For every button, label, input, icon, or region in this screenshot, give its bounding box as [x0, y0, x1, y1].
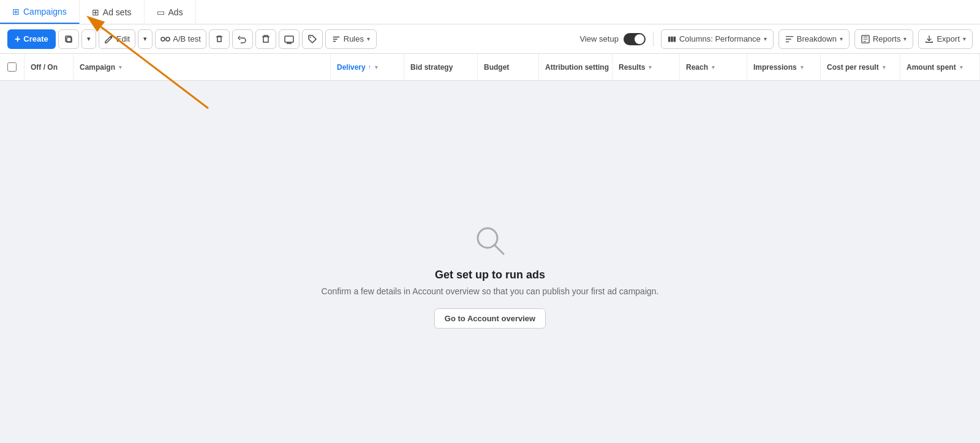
ads-tab[interactable]: ▭ Ads [145, 0, 196, 24]
ads-icon: ▭ [157, 7, 165, 17]
table-header: Off / On Campaign ▾ Delivery ↑ ▾ Bid str… [0, 54, 980, 81]
remove-button[interactable] [255, 29, 276, 49]
rules-button[interactable]: Rules ▾ [325, 29, 377, 49]
duplicate-button[interactable] [58, 29, 79, 49]
undo-icon [238, 34, 247, 44]
export-label: Export [937, 34, 960, 43]
rules-label: Rules [344, 34, 364, 43]
toolbar: + Create ▾ Edit ▾ [0, 24, 980, 54]
adsets-tab[interactable]: ⊞ Ad sets [80, 0, 145, 24]
export-button[interactable]: Export ▾ [918, 29, 973, 49]
th-campaign-label: Campaign [80, 63, 115, 72]
edit-dropdown-button[interactable]: ▾ [138, 29, 153, 49]
th-budget-label: Budget [484, 63, 509, 72]
reports-chevron-icon: ▾ [903, 35, 907, 42]
th-delivery-dropdown-icon: ▾ [375, 64, 378, 70]
th-impressions[interactable]: Impressions ▾ [747, 54, 821, 80]
ab-test-label: A/B test [173, 34, 201, 43]
th-checkbox[interactable] [0, 54, 24, 80]
tag-icon [307, 34, 317, 44]
page-container: ⊞ Campaigns ⊞ Ad sets ▭ Ads + Create ▾ [0, 0, 980, 443]
th-results-dropdown-icon: ▾ [649, 64, 652, 70]
th-attribution[interactable]: Attribution setting [539, 54, 612, 80]
svg-line-11 [494, 245, 503, 254]
edit-icon [104, 34, 114, 44]
empty-state-search-icon [472, 222, 508, 259]
create-button[interactable]: + Create [7, 29, 56, 49]
columns-icon [668, 35, 676, 43]
tag-button[interactable] [302, 29, 323, 49]
reports-button[interactable]: Reports ▾ [854, 29, 914, 49]
select-all-checkbox[interactable] [7, 62, 17, 72]
empty-state: Get set up to run ads Confirm a few deta… [0, 81, 980, 443]
breakdown-chevron-icon: ▾ [840, 35, 843, 42]
th-amount-spent-label: Amount spent [907, 63, 956, 72]
th-cost-per-result-dropdown-icon: ▾ [883, 64, 886, 70]
th-delivery[interactable]: Delivery ↑ ▾ [331, 54, 404, 80]
reports-icon [861, 35, 870, 43]
columns-chevron-icon: ▾ [764, 35, 767, 42]
th-impressions-label: Impressions [753, 63, 797, 72]
th-budget[interactable]: Budget [478, 54, 539, 80]
columns-button[interactable]: Columns: Performance ▾ [661, 29, 774, 49]
plus-icon: + [15, 34, 20, 45]
ads-label: Ads [168, 7, 183, 17]
breakdown-icon [785, 35, 794, 43]
export-chevron-icon: ▾ [963, 35, 966, 42]
empty-state-description: Confirm a few details in Account overvie… [322, 286, 659, 296]
create-dropdown-button[interactable]: ▾ [81, 29, 96, 49]
delete-button[interactable] [209, 29, 230, 49]
main-content: Get set up to run ads Confirm a few deta… [0, 81, 980, 443]
th-amount-spent-dropdown-icon: ▾ [960, 64, 963, 70]
columns-label: Columns: Performance [679, 34, 761, 43]
remove-icon [261, 34, 271, 44]
svg-rect-7 [671, 36, 673, 42]
th-amount-spent[interactable]: Amount spent ▾ [900, 54, 980, 80]
account-overview-label: Go to Account overview [445, 314, 535, 323]
undo-button[interactable] [232, 29, 253, 49]
th-cost-per-result-label: Cost per result [827, 63, 879, 72]
adsets-label: Ad sets [103, 7, 132, 17]
th-bid-strategy[interactable]: Bid strategy [404, 54, 478, 80]
view-setup-toggle[interactable] [624, 33, 646, 45]
th-campaign-dropdown-icon: ▾ [119, 64, 122, 70]
th-delivery-sort-icon: ↑ [368, 64, 371, 70]
th-off-on: Off / On [24, 54, 74, 80]
rules-chevron-icon: ▾ [367, 35, 370, 42]
ab-test-button[interactable]: A/B test [155, 29, 206, 49]
duplicate-icon [64, 34, 74, 44]
divider-1 [653, 32, 654, 47]
breakdown-button[interactable]: Breakdown ▾ [778, 29, 850, 49]
th-reach-label: Reach [686, 63, 708, 72]
campaigns-tab[interactable]: ⊞ Campaigns [0, 0, 80, 24]
export-icon [925, 35, 933, 43]
chevron-icon: ▾ [87, 35, 91, 43]
top-navigation: ⊞ Campaigns ⊞ Ad sets ▭ Ads [0, 0, 980, 24]
th-cost-per-result[interactable]: Cost per result ▾ [821, 54, 900, 80]
svg-point-2 [161, 37, 165, 41]
empty-state-title: Get set up to run ads [435, 269, 545, 281]
view-setup-label: View setup [580, 34, 619, 43]
th-results[interactable]: Results ▾ [612, 54, 680, 80]
edit-chevron-icon: ▾ [143, 35, 147, 43]
edit-button[interactable]: Edit [99, 29, 135, 49]
ab-test-icon [160, 34, 170, 44]
th-impressions-dropdown-icon: ▾ [801, 64, 804, 70]
th-off-on-label: Off / On [31, 63, 58, 72]
th-reach[interactable]: Reach ▾ [680, 54, 747, 80]
rules-icon [332, 35, 341, 43]
th-attribution-label: Attribution setting [545, 63, 609, 72]
view-setup-control: View setup [580, 33, 646, 45]
preview-icon [284, 34, 294, 44]
th-results-label: Results [619, 63, 645, 72]
preview-button[interactable] [279, 29, 300, 49]
svg-rect-4 [285, 36, 293, 42]
adsets-icon: ⊞ [92, 7, 99, 17]
campaigns-icon: ⊞ [12, 7, 20, 17]
th-campaign[interactable]: Campaign ▾ [74, 54, 331, 80]
create-label: Create [23, 34, 48, 43]
edit-label: Edit [116, 34, 130, 43]
breakdown-label: Breakdown [797, 34, 837, 43]
svg-point-3 [166, 37, 170, 41]
account-overview-button[interactable]: Go to Account overview [434, 308, 546, 329]
